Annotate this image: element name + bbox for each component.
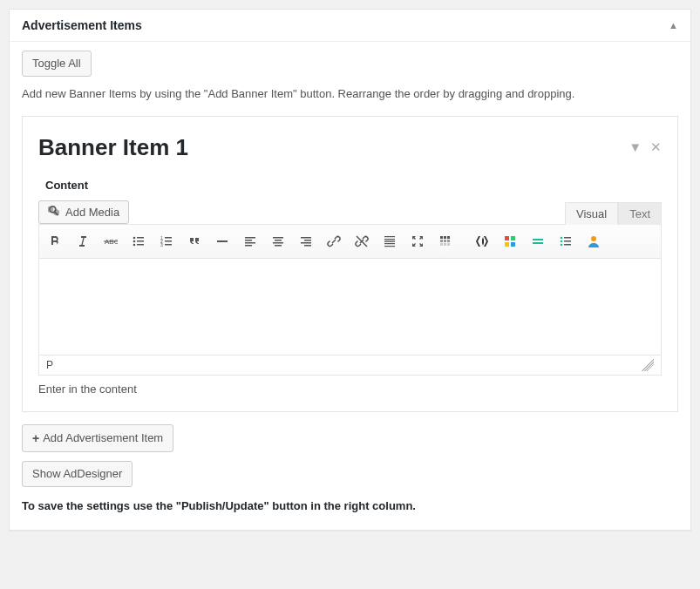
editor-content-area[interactable] <box>39 259 661 355</box>
svg-point-3 <box>133 240 136 243</box>
svg-rect-33 <box>440 236 443 239</box>
italic-button[interactable] <box>71 229 95 254</box>
banner-item-header: Banner Item 1 ▼ ✕ <box>38 129 662 165</box>
insert-more-button[interactable] <box>377 229 402 254</box>
svg-rect-26 <box>304 245 311 247</box>
bold-button[interactable] <box>43 229 67 254</box>
svg-rect-44 <box>505 242 509 247</box>
svg-rect-12 <box>165 240 172 242</box>
bullet-list-button[interactable] <box>126 229 151 254</box>
metabox-body: Toggle All Add new Banner Items by using… <box>10 42 690 530</box>
numbered-list-button[interactable]: 123 <box>154 229 179 254</box>
svg-rect-38 <box>447 240 450 242</box>
banner-item-title: Banner Item 1 <box>38 134 188 161</box>
banner-item: Banner Item 1 ▼ ✕ Content Add Media Visu… <box>22 116 678 412</box>
unlink-button[interactable] <box>350 229 374 254</box>
content-hint: Enter in the content <box>38 383 662 396</box>
svg-rect-13 <box>165 244 172 246</box>
toggle-all-button[interactable]: Toggle All <box>22 51 92 77</box>
collapse-toggle-icon[interactable]: ▲ <box>669 20 678 30</box>
svg-rect-22 <box>275 245 282 247</box>
media-icon <box>48 205 60 220</box>
plus-icon: + <box>32 431 39 445</box>
tab-visual[interactable]: Visual <box>565 202 618 225</box>
editor-tabs: Visual Text <box>565 201 662 224</box>
shortcode-button[interactable] <box>470 229 494 254</box>
svg-rect-28 <box>384 236 395 237</box>
svg-rect-16 <box>245 240 252 241</box>
show-addesigner-button[interactable]: Show AdDesigner <box>22 461 133 487</box>
strikethrough-button[interactable]: ABC <box>99 229 123 254</box>
svg-rect-34 <box>444 236 446 239</box>
svg-rect-36 <box>440 240 443 242</box>
color-blocks-icon[interactable] <box>498 229 522 254</box>
svg-rect-42 <box>505 236 509 240</box>
collapse-banner-icon[interactable]: ▼ <box>629 139 642 154</box>
resize-handle[interactable] <box>642 359 654 371</box>
save-note: To save the settings use the "Publish/Up… <box>22 499 678 512</box>
svg-rect-20 <box>275 240 282 241</box>
content-label: Content <box>45 179 662 192</box>
svg-rect-31 <box>384 243 395 244</box>
add-media-button[interactable]: Add Media <box>38 200 129 224</box>
svg-rect-47 <box>533 242 543 244</box>
svg-rect-19 <box>273 237 283 239</box>
horizontal-rule-button[interactable] <box>210 229 234 254</box>
link-button[interactable] <box>322 229 346 254</box>
svg-rect-15 <box>245 237 255 239</box>
svg-rect-24 <box>304 240 311 241</box>
svg-rect-39 <box>440 243 443 246</box>
svg-rect-41 <box>447 243 450 246</box>
svg-rect-17 <box>245 242 255 244</box>
svg-rect-35 <box>447 236 450 239</box>
svg-text:3: 3 <box>160 242 163 247</box>
align-right-button[interactable] <box>294 229 318 254</box>
svg-rect-43 <box>511 236 515 240</box>
help-text: Add new Banner Items by using the "Add B… <box>22 87 678 100</box>
svg-point-54 <box>591 236 596 241</box>
svg-rect-14 <box>217 240 228 242</box>
tab-text[interactable]: Text <box>618 202 662 225</box>
editor-toolbar: ABC 123 <box>39 225 661 259</box>
add-advertisement-item-button[interactable]: +Add Advertisement Item <box>22 424 173 452</box>
svg-rect-11 <box>165 237 172 239</box>
svg-rect-53 <box>564 244 571 246</box>
user-icon[interactable] <box>581 229 606 254</box>
svg-rect-23 <box>301 237 311 239</box>
blockquote-button[interactable] <box>182 229 207 254</box>
banner-item-controls: ▼ ✕ <box>629 139 662 155</box>
svg-rect-30 <box>384 240 395 241</box>
svg-rect-46 <box>533 239 543 240</box>
svg-rect-6 <box>137 240 144 242</box>
svg-rect-40 <box>444 243 446 246</box>
svg-rect-52 <box>564 240 571 242</box>
align-center-button[interactable] <box>266 229 290 254</box>
svg-rect-45 <box>511 242 515 247</box>
remove-banner-icon[interactable]: ✕ <box>650 139 662 155</box>
svg-rect-7 <box>137 244 144 246</box>
svg-rect-29 <box>384 239 395 240</box>
toolbar-toggle-button[interactable] <box>433 229 458 254</box>
svg-rect-21 <box>273 242 283 244</box>
svg-rect-32 <box>384 246 395 247</box>
add-media-label: Add Media <box>65 206 119 219</box>
advertisement-items-metabox: Advertisement Items ▲ Toggle All Add new… <box>9 9 691 531</box>
wysiwyg-editor: ABC 123 <box>38 224 662 376</box>
svg-point-49 <box>561 240 563 243</box>
svg-rect-51 <box>564 237 571 239</box>
add-item-label: Add Advertisement Item <box>43 431 163 444</box>
editor-top-row: Add Media Visual Text <box>38 200 662 224</box>
metabox-title: Advertisement Items <box>22 18 142 32</box>
divider-button[interactable] <box>526 229 550 254</box>
editor-status-bar: P <box>39 355 661 375</box>
svg-rect-25 <box>301 242 311 244</box>
svg-point-50 <box>561 244 563 247</box>
fullscreen-button[interactable] <box>405 229 430 254</box>
svg-point-48 <box>561 237 563 240</box>
align-left-button[interactable] <box>238 229 262 254</box>
svg-rect-18 <box>245 245 252 247</box>
svg-point-4 <box>133 244 136 247</box>
svg-point-2 <box>133 237 136 240</box>
styled-list-button[interactable] <box>554 229 578 254</box>
editor-path: P <box>46 359 53 371</box>
